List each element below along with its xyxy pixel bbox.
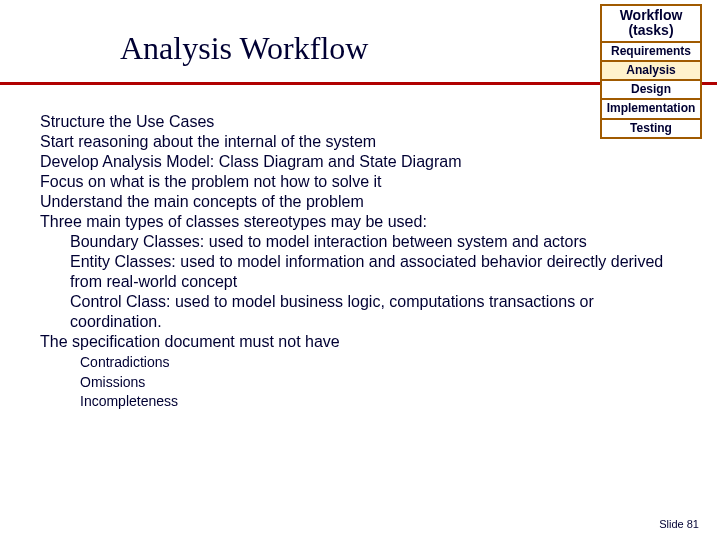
body-line: Structure the Use Cases (40, 112, 680, 132)
body-line: Develop Analysis Model: Class Diagram an… (40, 152, 680, 172)
slide-body: Structure the Use Cases Start reasoning … (40, 112, 680, 411)
body-line: Start reasoning about the internal of th… (40, 132, 680, 152)
body-line: Omissions (80, 374, 680, 392)
slide-title: Analysis Workflow (120, 30, 368, 67)
body-line: Contradictions (80, 354, 680, 372)
workflow-item-2: Design (601, 80, 701, 99)
body-line: Boundary Classes: used to model interact… (70, 232, 680, 252)
slide-number: Slide 81 (659, 518, 699, 530)
body-line: Control Class: used to model business lo… (70, 292, 680, 332)
workflow-item-1: Analysis (601, 61, 701, 80)
workflow-item-0: Requirements (601, 42, 701, 61)
body-line: Understand the main concepts of the prob… (40, 192, 680, 212)
body-line: Entity Classes: used to model informatio… (70, 252, 680, 292)
body-line: Focus on what is the problem not how to … (40, 172, 680, 192)
body-line: Incompleteness (80, 393, 680, 411)
body-line: The specification document must not have (40, 332, 680, 352)
body-line: Three main types of classes stereotypes … (40, 212, 680, 232)
workflow-header: Workflow (tasks) (601, 5, 701, 42)
